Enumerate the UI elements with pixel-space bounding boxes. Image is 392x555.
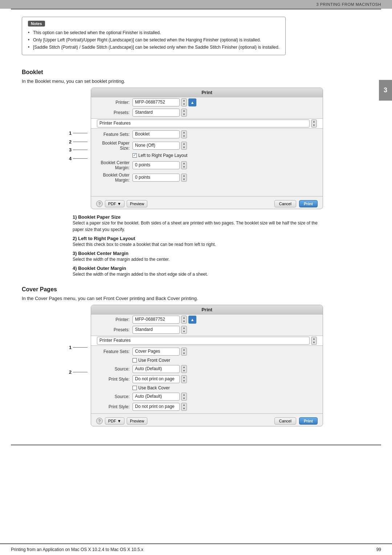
cover-feature-sets-stepper-up[interactable]: ▲ xyxy=(181,348,187,352)
feature-input[interactable]: Printer Features xyxy=(97,119,310,127)
presets-row: Presets: Standard ▲ ▼ xyxy=(91,108,323,118)
cover-pdf-button[interactable]: PDF ▼ xyxy=(105,417,124,425)
booklet-paper-input[interactable]: None (Off) xyxy=(132,142,180,150)
center-margin-stepper-up[interactable]: ▲ xyxy=(181,162,187,165)
cover-printer-stepper-down[interactable]: ▼ xyxy=(181,320,187,323)
booklet-item-4-text: Select the width of the margin added to … xyxy=(73,271,319,278)
booklet-item-1-text: Select a paper size for the booklet. Bot… xyxy=(73,220,319,233)
back-style-input[interactable]: Do not print on page xyxy=(132,403,180,411)
booklet-paper-stepper[interactable]: ▲ ▼ xyxy=(181,142,187,150)
cover-presets-input[interactable]: Standard xyxy=(132,326,180,334)
cover-print-dialog: Print Printer: MFP-06887752 ▲ ▼ ▲ Preset… xyxy=(91,305,323,426)
presets-control: Standard ▲ ▼ xyxy=(132,109,187,117)
cover-feature-stepper-down[interactable]: ▼ xyxy=(311,341,317,344)
center-margin-stepper-down[interactable]: ▼ xyxy=(181,165,187,169)
front-style-control: Do not print on page ▲ ▼ xyxy=(132,375,187,383)
left-right-checkbox[interactable] xyxy=(132,153,137,158)
back-style-stepper[interactable]: ▲ ▼ xyxy=(181,403,187,411)
feature-sets-stepper[interactable]: ▲ ▼ xyxy=(181,130,187,138)
cover-feature-sets-input[interactable]: Cover Pages xyxy=(132,348,180,356)
printer-label: Printer: xyxy=(97,100,130,105)
feature-sets-stepper-down[interactable]: ▼ xyxy=(181,134,187,138)
feature-band: Printer Features ▲ ▼ xyxy=(91,118,323,129)
front-source-stepper-up[interactable]: ▲ xyxy=(181,365,187,369)
cancel-button[interactable]: Cancel xyxy=(274,200,296,207)
back-source-stepper-down[interactable]: ▼ xyxy=(181,397,187,400)
printer-input[interactable]: MFP-06887752 xyxy=(132,98,180,106)
printer-stepper-up[interactable]: ▲ xyxy=(181,99,187,102)
center-margin-control: 0 points ▲ ▼ xyxy=(132,161,187,169)
cover-feature-sets-stepper-down[interactable]: ▼ xyxy=(181,352,187,355)
feature-stepper-up[interactable]: ▲ xyxy=(311,120,317,123)
cover-printer-label: Printer: xyxy=(97,317,130,322)
outer-margin-stepper[interactable]: ▲ ▼ xyxy=(181,174,187,182)
front-style-stepper-down[interactable]: ▼ xyxy=(181,379,187,383)
booklet-item-1-title: 1) Booklet Paper Size xyxy=(73,214,319,220)
printer-arrow-btn[interactable]: ▲ xyxy=(188,98,196,106)
chapter-tab: 3 xyxy=(379,80,392,101)
back-source-control: Auto (Default) ▲ ▼ xyxy=(132,393,187,401)
cover-feature-stepper[interactable]: ▲ ▼ xyxy=(311,337,317,345)
cover-printer-stepper[interactable]: ▲ ▼ xyxy=(181,316,187,324)
back-source-stepper-up[interactable]: ▲ xyxy=(181,393,187,397)
back-style-stepper-up[interactable]: ▲ xyxy=(181,403,187,407)
booklet-item-3-text: Select the width of the margin added to … xyxy=(73,256,319,263)
back-style-label: Print Style: xyxy=(97,404,130,409)
cover-presets-stepper-up[interactable]: ▲ xyxy=(181,326,187,330)
booklet-paper-stepper-up[interactable]: ▲ xyxy=(181,142,187,146)
front-source-stepper[interactable]: ▲ ▼ xyxy=(181,365,187,373)
feature-stepper[interactable]: ▲ ▼ xyxy=(311,119,317,127)
cover-presets-stepper-down[interactable]: ▼ xyxy=(181,330,187,333)
cover-feature-input[interactable]: Printer Features xyxy=(97,337,310,345)
front-style-input[interactable]: Do not print on page xyxy=(132,375,180,383)
pdf-button[interactable]: PDF ▼ xyxy=(105,200,124,207)
feature-sets-input[interactable]: Booklet xyxy=(132,130,180,138)
cover-printer-stepper-up[interactable]: ▲ xyxy=(181,316,187,320)
center-margin-stepper[interactable]: ▲ ▼ xyxy=(181,161,187,169)
outer-margin-stepper-down[interactable]: ▼ xyxy=(181,178,187,181)
cover-printer-arrow-btn[interactable]: ▲ xyxy=(188,316,196,324)
booklet-item-descriptions: 1) Booklet Paper Size Select a paper siz… xyxy=(73,214,319,278)
cover-printer-input[interactable]: MFP-06887752 xyxy=(132,316,180,324)
feature-sets-stepper-up[interactable]: ▲ xyxy=(181,131,187,134)
presets-stepper[interactable]: ▲ ▼ xyxy=(181,109,187,117)
cover-feature-stepper-up[interactable]: ▲ xyxy=(311,337,317,341)
printer-stepper-down[interactable]: ▼ xyxy=(181,102,187,106)
cover-preview-button[interactable]: Preview xyxy=(127,417,147,425)
back-source-stepper[interactable]: ▲ ▼ xyxy=(181,393,187,401)
front-source-input[interactable]: Auto (Default) xyxy=(132,365,180,373)
cover-feature-sets-stepper[interactable]: ▲ ▼ xyxy=(181,348,187,356)
back-source-input[interactable]: Auto (Default) xyxy=(132,393,180,401)
back-cover-checkbox[interactable] xyxy=(132,386,137,390)
preview-button[interactable]: Preview xyxy=(127,200,147,207)
cover-cancel-button[interactable]: Cancel xyxy=(274,417,296,425)
outer-margin-row: Booklet Outer Margin: 0 points ▲ ▼ xyxy=(91,171,323,184)
help-icon[interactable]: ? xyxy=(96,200,103,207)
cover-footer-left: ? PDF ▼ Preview xyxy=(96,417,147,425)
printer-stepper[interactable]: ▲ ▼ xyxy=(181,98,187,106)
presets-label: Presets: xyxy=(97,110,130,115)
back-style-stepper-down[interactable]: ▼ xyxy=(181,407,187,410)
center-margin-input[interactable]: 0 points xyxy=(132,161,180,169)
cover-presets-stepper[interactable]: ▲ ▼ xyxy=(181,326,187,334)
print-button[interactable]: Print xyxy=(299,200,318,207)
front-style-stepper-up[interactable]: ▲ xyxy=(181,376,187,379)
front-source-row: Source: Auto (Default) ▲ ▼ xyxy=(91,364,323,374)
presets-stepper-down[interactable]: ▼ xyxy=(181,113,187,116)
outer-margin-stepper-up[interactable]: ▲ xyxy=(181,174,187,178)
front-cover-checkbox[interactable] xyxy=(132,358,137,362)
cover-footer-right: Cancel Print xyxy=(274,417,318,425)
cover-presets-label: Presets: xyxy=(97,327,130,332)
front-style-stepper[interactable]: ▲ ▼ xyxy=(181,375,187,383)
front-source-stepper-down[interactable]: ▼ xyxy=(181,369,187,373)
bottom-divider xyxy=(11,445,381,445)
outer-margin-input[interactable]: 0 points xyxy=(132,174,180,182)
presets-stepper-up[interactable]: ▲ xyxy=(181,109,187,113)
main-content: Notes This option can be selected when t… xyxy=(0,9,392,439)
cover-print-button[interactable]: Print xyxy=(299,417,318,425)
cover-help-icon[interactable]: ? xyxy=(96,418,103,424)
feature-stepper-down[interactable]: ▼ xyxy=(311,123,317,127)
notes-list: This option can be selected when the opt… xyxy=(28,29,279,50)
booklet-paper-stepper-down[interactable]: ▼ xyxy=(181,146,187,149)
presets-input[interactable]: Standard xyxy=(132,109,180,117)
